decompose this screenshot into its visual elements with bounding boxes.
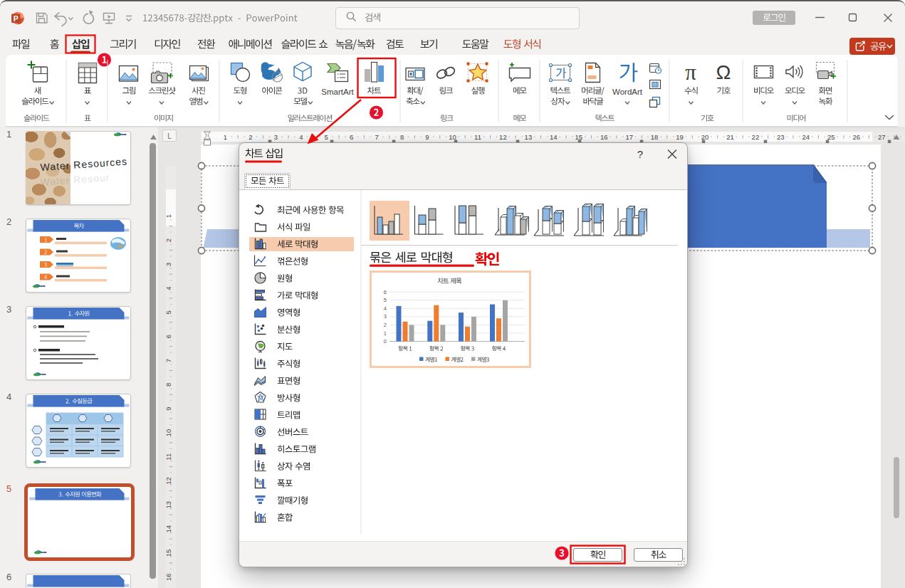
svg-text:π: π [685,60,696,85]
svg-text:WordArt: WordArt [612,88,643,96]
svg-text:1: 1 [384,330,387,337]
svg-text:P: P [14,14,19,23]
svg-text:6: 6 [384,289,387,295]
svg-text:3: 3 [384,313,387,320]
svg-text:Ω: Ω [716,61,731,83]
svg-text:2: 2 [384,322,387,328]
svg-text:SmartArt: SmartArt [321,88,354,96]
svg-text:4: 4 [384,305,387,312]
svg-text:0: 0 [384,338,387,345]
svg-text:?: ? [637,148,643,160]
svg-text:5: 5 [384,297,387,303]
